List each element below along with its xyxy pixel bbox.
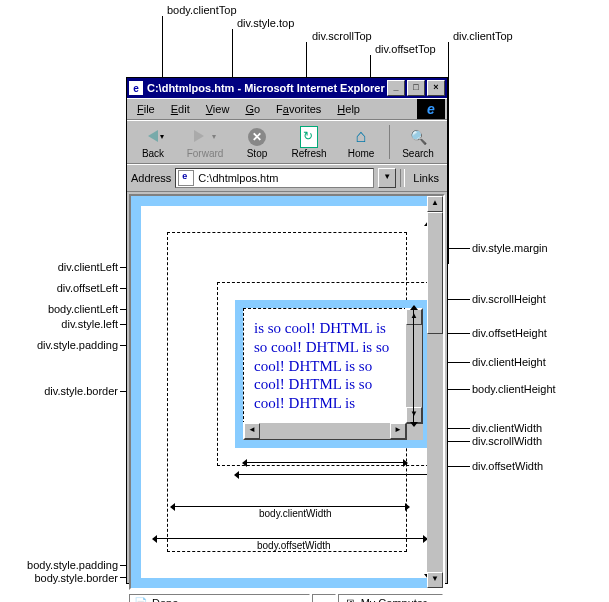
address-bar: Address C:\dhtmlpos.htm ▼ Links <box>127 164 447 192</box>
dim-div-offsetWidth-line <box>235 474 431 475</box>
maximize-button[interactable]: □ <box>407 80 425 96</box>
forward-button[interactable]: ▾ Forward <box>179 121 231 163</box>
scroll-up-icon[interactable]: ▲ <box>406 309 422 325</box>
callout-div-style-left: div.style.left <box>10 318 118 330</box>
ie-app-icon: e <box>129 81 143 95</box>
menu-favorites[interactable]: Favorites <box>268 101 329 117</box>
callout-div-offsetHeight: div.offsetHeight <box>472 327 547 339</box>
close-button[interactable]: × <box>427 80 445 96</box>
menu-file[interactable]: File <box>129 101 163 117</box>
stop-icon: ✕ <box>248 128 266 146</box>
callout-div-offsetLeft: div.offsetLeft <box>10 282 118 294</box>
forward-label: Forward <box>187 148 224 159</box>
divider <box>400 169 405 187</box>
refresh-icon <box>300 126 318 148</box>
callout-body-style-border: body.style.border <box>0 572 118 584</box>
menu-edit[interactable]: Edit <box>163 101 198 117</box>
document-icon <box>134 596 148 602</box>
page-icon <box>178 170 194 186</box>
callout-body-style-padding: body.style.padding <box>0 559 118 571</box>
dim-div-clientHeight-line <box>413 306 414 426</box>
status-empty-cell <box>312 594 336 602</box>
scroll-right-icon[interactable]: ► <box>390 423 406 439</box>
menu-help[interactable]: Help <box>329 101 368 117</box>
window-title: C:\dhtmlpos.htm - Microsoft Internet Exp… <box>147 82 385 94</box>
callout-div-clientWidth: div.clientWidth <box>472 422 542 434</box>
back-button[interactable]: ▾ Back <box>127 121 179 163</box>
statusbar: Done My Computer <box>127 592 447 602</box>
div-horizontal-scrollbar[interactable]: ◄ ► <box>243 422 407 440</box>
address-value: C:\dhtmlpos.htm <box>198 172 278 184</box>
ie-window: e C:\dhtmlpos.htm - Microsoft Internet E… <box>126 77 448 584</box>
viewport-vertical-scrollbar[interactable]: ▲ ▼ <box>427 196 443 588</box>
callout-div-scrollHeight: div.scrollHeight <box>472 293 546 305</box>
callout-body-clientHeight: body.clientHeight <box>472 383 556 395</box>
callout-div-style-border: div.style.border <box>10 385 118 397</box>
viewport-scroll-up-icon[interactable]: ▲ <box>427 196 443 212</box>
callout-div-clientTop: div.clientTop <box>453 30 513 42</box>
ie-logo-icon: e <box>417 99 445 119</box>
address-label: Address <box>131 172 171 184</box>
dim-div-clientWidth-line <box>243 462 407 463</box>
callout-div-offsetTop: div.offsetTop <box>375 43 436 55</box>
home-icon <box>356 126 367 147</box>
diagram-canvas: body.clientTop div.style.top div.scrollT… <box>0 0 609 602</box>
titlebar: e C:\dhtmlpos.htm - Microsoft Internet E… <box>127 78 447 98</box>
callout-body-clientLeft: body.clientLeft <box>4 303 118 315</box>
dim-body-clientWidth-line <box>171 506 409 507</box>
callout-div-scrollWidth: div.scrollWidth <box>472 435 542 447</box>
div-content-text: is so cool! DHTML is so cool! DHTML is s… <box>243 308 407 424</box>
home-label: Home <box>348 148 375 159</box>
stop-label: Stop <box>247 148 268 159</box>
computer-icon <box>343 596 357 602</box>
dim-body-clientWidth: body.clientWidth <box>259 508 332 519</box>
menubar: File Edit View Go Favorites Help e <box>127 98 447 120</box>
address-dropdown-button[interactable]: ▼ <box>378 168 396 188</box>
status-done-cell: Done <box>129 594 310 602</box>
example-div: is so cool! DHTML is so cool! DHTML is s… <box>235 300 431 448</box>
status-zone-cell: My Computer <box>338 594 443 602</box>
callout-div-clientHeight: div.clientHeight <box>472 356 546 368</box>
back-arrow-icon <box>142 130 158 144</box>
menu-go[interactable]: Go <box>237 101 268 117</box>
status-done-text: Done <box>152 597 178 602</box>
div-vertical-scrollbar[interactable]: ▲ ▼ <box>405 308 423 424</box>
search-icon <box>410 129 427 145</box>
search-button[interactable]: Search <box>392 121 444 163</box>
scroll-left-icon[interactable]: ◄ <box>244 423 260 439</box>
status-zone-text: My Computer <box>361 597 427 602</box>
page-body-border: is so cool! DHTML is so cool! DHTML is s… <box>131 196 443 588</box>
dim-body-offsetWidth: body.offsetWidth <box>257 540 331 551</box>
callout-div-style-padding: div.style.padding <box>2 339 118 351</box>
viewport-scroll-thumb[interactable] <box>427 212 443 334</box>
refresh-button[interactable]: Refresh <box>283 121 335 163</box>
menu-view[interactable]: View <box>198 101 238 117</box>
forward-arrow-icon <box>194 130 210 144</box>
callout-div-offsetWidth: div.offsetWidth <box>472 460 543 472</box>
home-button[interactable]: Home <box>335 121 387 163</box>
dim-body-offsetWidth-line <box>153 538 427 539</box>
callout-body-clientTop: body.clientTop <box>167 4 237 16</box>
callout-div-style-top: div.style.top <box>237 17 294 29</box>
leader-line <box>448 42 449 264</box>
viewport-scroll-down-icon[interactable]: ▼ <box>427 572 443 588</box>
search-label: Search <box>402 148 434 159</box>
refresh-label: Refresh <box>291 148 326 159</box>
browser-viewport: is so cool! DHTML is so cool! DHTML is s… <box>129 194 445 590</box>
links-label[interactable]: Links <box>409 172 443 184</box>
callout-div-style-margin: div.style.margin <box>472 242 548 254</box>
minimize-button[interactable]: _ <box>387 80 405 96</box>
stop-button[interactable]: ✕ Stop <box>231 121 283 163</box>
toolbar: ▾ Back ▾ Forward ✕ Stop Refresh Home <box>127 120 447 164</box>
scroll-down-icon[interactable]: ▼ <box>406 407 422 423</box>
callout-div-scrollTop: div.scrollTop <box>312 30 372 42</box>
back-label: Back <box>142 148 164 159</box>
address-input[interactable]: C:\dhtmlpos.htm <box>175 168 374 188</box>
callout-div-clientLeft: div.clientLeft <box>10 261 118 273</box>
